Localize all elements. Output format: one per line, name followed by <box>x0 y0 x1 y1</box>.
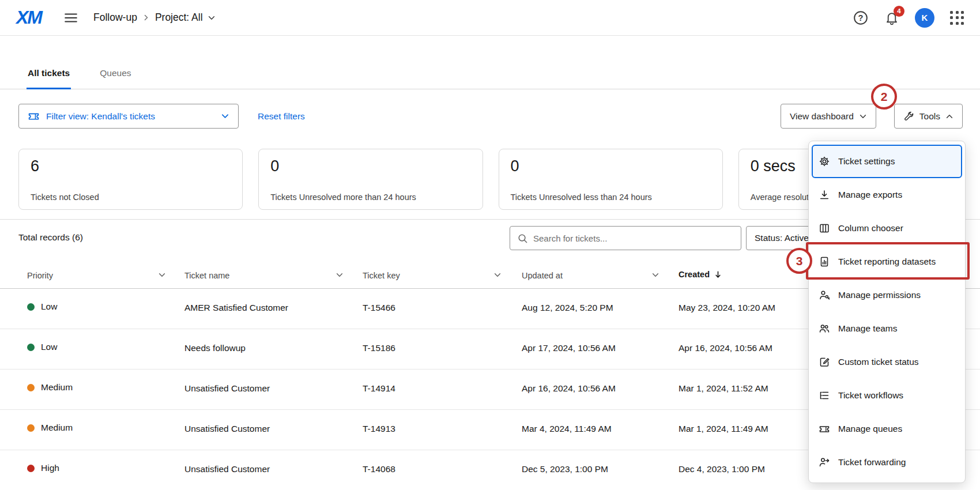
menu-item-ticket-forwarding[interactable]: Ticket forwarding <box>809 446 965 479</box>
ticket-search <box>510 226 741 250</box>
ticket-icon <box>819 423 830 435</box>
updated-at-cell: Apr 17, 2024, 10:56 AM <box>522 343 616 353</box>
help-icon[interactable]: ? <box>853 10 869 26</box>
created-cell: Apr 16, 2024, 10:56 AM <box>679 343 772 353</box>
column-header-ticket-key: Ticket key <box>363 271 400 280</box>
ticket-key-cell: T-14068 <box>363 464 395 474</box>
column-menu-chevron-icon[interactable] <box>493 271 502 281</box>
created-cell: May 23, 2024, 10:20 AM <box>679 303 775 313</box>
notifications-bell-icon[interactable]: 4 <box>884 10 899 25</box>
stat-value: 6 <box>31 157 231 175</box>
menu-item-custom-ticket-status[interactable]: Custom ticket status <box>809 345 965 379</box>
user-avatar[interactable]: K <box>915 8 934 28</box>
priority-dot <box>27 424 35 432</box>
project-selector[interactable]: Project: All <box>155 12 216 24</box>
menu-item-label: Custom ticket status <box>838 357 919 367</box>
person-key-icon <box>819 289 830 301</box>
column-menu-chevron-icon[interactable] <box>158 271 166 281</box>
column-header-updated-at: Updated at <box>522 271 563 280</box>
wrench-icon <box>903 111 914 122</box>
report-document-icon <box>819 256 830 267</box>
ticket-name-cell: AMER Satisfied Customer <box>184 303 288 313</box>
tab-all-tickets[interactable]: All tickets <box>27 68 71 89</box>
gear-icon <box>819 156 830 167</box>
column-menu-chevron-icon[interactable] <box>336 271 344 281</box>
annotation-step-3: 3 <box>786 248 812 274</box>
chevron-down-icon <box>221 112 229 120</box>
stat-card-unresolved-less-24h: 0 Tickets Unresolved less than 24 hours <box>499 149 723 210</box>
tab-queues[interactable]: Queues <box>99 68 132 89</box>
sort-descending-icon <box>714 270 722 279</box>
chevron-down-icon <box>859 112 867 120</box>
menu-item-manage-exports[interactable]: Manage exports <box>809 178 965 212</box>
filter-view-dropdown[interactable]: Filter view: Kendall's tickets <box>18 104 239 129</box>
ticket-key-cell: T-14913 <box>363 424 395 434</box>
ticket-name-cell: Unsatisfied Customer <box>184 383 270 394</box>
updated-at-cell: Mar 4, 2024, 11:49 AM <box>522 424 612 434</box>
menu-item-ticket-settings[interactable]: Ticket settings <box>812 145 962 178</box>
menu-item-manage-queues[interactable]: Manage queues <box>809 412 965 446</box>
priority-dot <box>27 465 35 472</box>
priority-label: Low <box>41 342 57 352</box>
column-header-priority: Priority <box>27 271 53 280</box>
ticket-name-cell: Unsatisfied Customer <box>184 464 270 474</box>
priority-label: Low <box>41 301 57 312</box>
reset-filters-link[interactable]: Reset filters <box>258 111 305 122</box>
chevron-down-icon <box>208 14 216 22</box>
column-header-created[interactable]: Created <box>679 270 722 279</box>
menu-item-label: Manage teams <box>838 323 898 334</box>
stat-value: 0 <box>270 157 470 175</box>
tabstrip: All tickets Queues <box>0 36 980 89</box>
tools-label: Tools <box>919 111 940 122</box>
menu-item-ticket-reporting-datasets[interactable]: Ticket reporting datasets <box>809 245 965 278</box>
hamburger-menu-icon[interactable] <box>63 10 78 25</box>
stat-label: Tickets Unresolved less than 24 hours <box>511 193 711 202</box>
project-selector-label: Project: All <box>155 12 203 24</box>
stat-card-not-closed: 6 Tickets not Closed <box>18 149 243 210</box>
menu-item-label: Manage queues <box>838 424 902 434</box>
stat-label: Tickets not Closed <box>31 193 231 202</box>
priority-label: Medium <box>41 382 73 393</box>
updated-at-cell: Aug 12, 2024, 5:20 PM <box>522 303 613 313</box>
menu-item-label: Column chooser <box>838 223 903 233</box>
priority-label: Medium <box>41 423 73 433</box>
xm-logo: XM <box>16 7 42 28</box>
column-menu-chevron-icon[interactable] <box>651 271 659 281</box>
breadcrumb-section[interactable]: Follow-up <box>93 12 137 24</box>
app-root: XM Follow-up Project: All ? 4 <box>0 0 980 490</box>
ticket-key-cell: T-14914 <box>363 383 395 394</box>
search-input[interactable] <box>533 233 734 243</box>
workflow-icon <box>819 390 830 401</box>
priority-dot <box>27 384 35 391</box>
created-cell: Dec 4, 2023, 1:00 PM <box>679 464 765 474</box>
chevron-up-icon <box>945 112 953 120</box>
filter-view-label: Filter view: Kendall's tickets <box>46 111 155 122</box>
total-records-label: Total records (6) <box>18 232 83 243</box>
stat-value: 0 <box>511 157 711 175</box>
menu-item-manage-permissions[interactable]: Manage permissions <box>809 278 965 312</box>
column-header-ticket-name: Ticket name <box>184 271 229 280</box>
ticket-name-cell: Unsatisfied Customer <box>184 424 270 434</box>
menu-item-label: Ticket settings <box>838 156 895 167</box>
priority-dot <box>27 344 35 351</box>
person-arrow-icon <box>819 457 830 468</box>
created-cell: Mar 1, 2024, 11:49 AM <box>679 424 768 434</box>
menu-item-column-chooser[interactable]: Column chooser <box>809 212 965 245</box>
updated-at-cell: Dec 5, 2023, 1:00 PM <box>522 464 608 474</box>
search-icon <box>517 233 528 244</box>
download-icon <box>819 189 830 201</box>
ticket-name-cell: Needs followup <box>184 343 246 353</box>
view-dashboard-button[interactable]: View dashboard <box>781 104 876 129</box>
stat-card-unresolved-more-24h: 0 Tickets Unresolved more than 24 hours <box>258 149 483 210</box>
apps-grid-icon[interactable] <box>950 11 964 25</box>
status-filter-label: Status: Active <box>755 233 809 243</box>
topbar-actions: ? 4 K <box>853 8 964 28</box>
menu-item-label: Ticket forwarding <box>838 457 906 468</box>
columns-icon <box>819 223 830 234</box>
menu-item-label: Ticket workflows <box>838 390 903 401</box>
menu-item-ticket-workflows[interactable]: Ticket workflows <box>809 379 965 412</box>
annotation-step-2: 2 <box>871 84 897 110</box>
tools-button[interactable]: Tools <box>894 104 963 129</box>
updated-at-cell: Apr 16, 2024, 10:56 AM <box>522 383 616 394</box>
menu-item-manage-teams[interactable]: Manage teams <box>809 312 965 345</box>
